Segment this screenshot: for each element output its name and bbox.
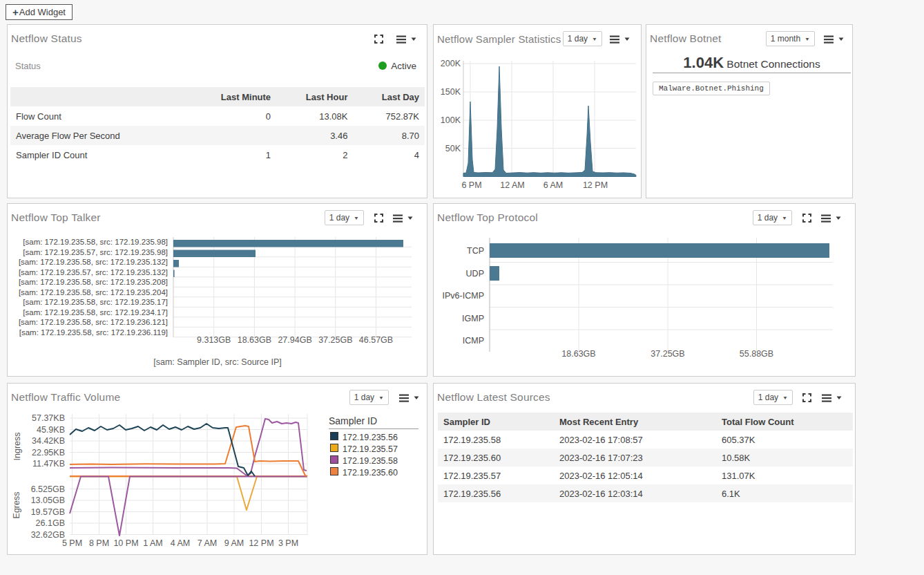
svg-text:IPv6-ICMP: IPv6-ICMP [443, 291, 484, 301]
svg-text:TCP: TCP [467, 246, 484, 256]
svg-text:12 PM: 12 PM [249, 538, 273, 548]
svg-text:Ingress: Ingress [12, 433, 22, 461]
svg-text:[sam: 172.19.235.58, src: 172.: [sam: 172.19.235.58, src: 172.19.235.17] [23, 298, 168, 306]
svg-text:50K: 50K [445, 144, 461, 153]
svg-text:150K: 150K [441, 87, 461, 97]
svg-text:6.525GB: 6.525GB [31, 484, 65, 494]
svg-text:ICMP: ICMP [463, 336, 484, 346]
svg-text:32.62GB: 32.62GB [31, 530, 65, 540]
svg-text:8 PM: 8 PM [89, 538, 109, 548]
svg-text:9 AM: 9 AM [224, 538, 244, 548]
svg-text:[sam: 172.19.235.58, src: 172.: [sam: 172.19.235.58, src: 172.19.235.132… [19, 258, 168, 266]
svg-text:[sam: 172.19.235.58, src: 172.: [sam: 172.19.235.58, src: 172.19.236.119… [19, 328, 168, 337]
svg-text:[sam: 172.19.235.58, src: 172.: [sam: 172.19.235.58, src: 172.19.234.17] [23, 308, 168, 317]
svg-text:37.25GB: 37.25GB [651, 349, 684, 359]
svg-text:22.95KB: 22.95KB [32, 448, 65, 458]
svg-text:[sam: 172.19.235.58, src: 172.: [sam: 172.19.235.58, src: 172.19.235.98] [23, 238, 168, 246]
svg-text:9.313GB: 9.313GB [197, 335, 231, 345]
svg-text:[sam: 172.19.235.57, src: 172.: [sam: 172.19.235.57, src: 172.19.235.132… [19, 268, 168, 276]
svg-text:100K: 100K [441, 115, 461, 125]
svg-text:12 AM: 12 AM [500, 180, 524, 190]
svg-text:UDP: UDP [466, 269, 484, 279]
svg-text:12 PM: 12 PM [583, 180, 608, 190]
svg-text:13.05GB: 13.05GB [31, 496, 65, 505]
svg-text:6 PM: 6 PM [461, 180, 481, 190]
svg-text:34.42KB: 34.42KB [32, 436, 65, 446]
svg-text:[sam: 172.19.235.58, src: 172.: [sam: 172.19.235.58, src: 172.19.236.121… [19, 318, 168, 326]
svg-text:[sam: 172.19.235.57, src: 172.: [sam: 172.19.235.57, src: 172.19.235.98] [23, 248, 168, 256]
svg-text:[sam: 172.19.235.58, src: 172.: [sam: 172.19.235.58, src: 172.19.235.208… [19, 278, 168, 286]
svg-text:18.63GB: 18.63GB [238, 335, 271, 345]
svg-text:45.9KB: 45.9KB [37, 425, 65, 435]
svg-text:46.57GB: 46.57GB [359, 335, 393, 345]
svg-text:27.94GB: 27.94GB [278, 335, 311, 345]
svg-text:IGMP: IGMP [462, 314, 484, 323]
svg-text:55.88GB: 55.88GB [740, 349, 773, 359]
svg-text:37.25GB: 37.25GB [318, 335, 352, 345]
svg-text:Egress: Egress [12, 492, 21, 519]
svg-text:[sam: Sampler ID, src: Source: [sam: Sampler ID, src: Source IP] [153, 357, 281, 367]
svg-text:3 PM: 3 PM [278, 538, 298, 548]
svg-text:5 PM: 5 PM [62, 538, 82, 548]
svg-text:10 PM: 10 PM [113, 538, 138, 548]
svg-text:19.57GB: 19.57GB [31, 507, 65, 517]
svg-text:57.37KB: 57.37KB [32, 413, 65, 423]
svg-text:11.47KB: 11.47KB [32, 459, 65, 469]
svg-text:7 AM: 7 AM [198, 538, 218, 548]
svg-text:4 AM: 4 AM [171, 538, 191, 548]
svg-text:200K: 200K [441, 59, 461, 68]
svg-text:1 AM: 1 AM [143, 538, 163, 548]
svg-text:26.1GB: 26.1GB [36, 518, 65, 528]
svg-text:[sam: 172.19.235.58, src: 172.: [sam: 172.19.235.58, src: 172.19.235.204… [19, 288, 168, 296]
svg-text:18.63GB: 18.63GB [561, 349, 595, 359]
svg-text:6 AM: 6 AM [543, 180, 564, 190]
